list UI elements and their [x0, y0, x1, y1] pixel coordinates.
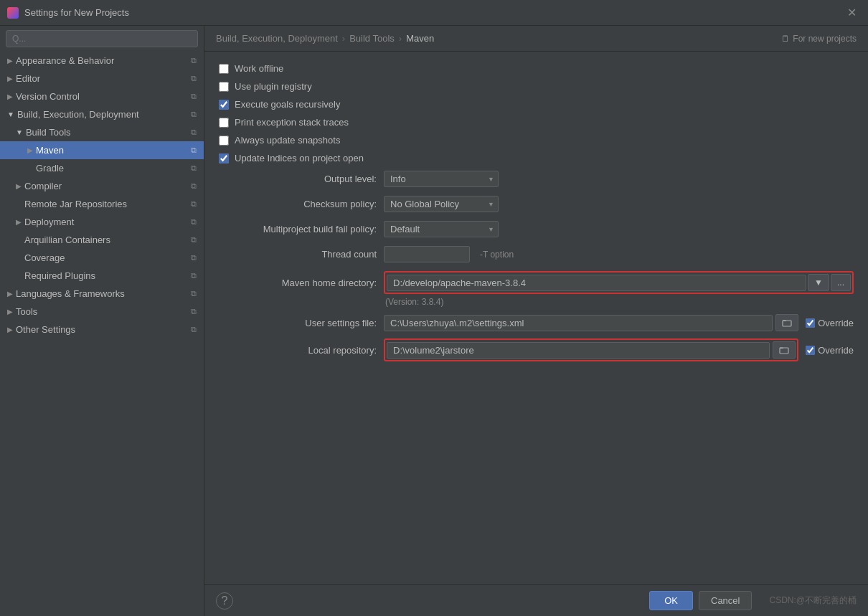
- sidebar-item-deployment[interactable]: ▶ Deployment ⧉: [0, 213, 204, 231]
- content-area: Build, Execution, Deployment › Build Too…: [204, 26, 868, 616]
- use-plugin-registry-label[interactable]: Use plugin registry: [235, 81, 312, 92]
- use-plugin-registry-checkbox[interactable]: [219, 82, 229, 92]
- copy-icon: ⧉: [191, 253, 197, 262]
- copy-icon: ⧉: [191, 181, 197, 191]
- ok-button[interactable]: OK: [649, 591, 693, 610]
- print-exception-label[interactable]: Print exception stack traces: [235, 117, 349, 128]
- sidebar-item-label: Compiler: [24, 181, 62, 191]
- maven-home-input[interactable]: [387, 275, 806, 291]
- update-indices-checkbox[interactable]: [219, 153, 229, 164]
- maven-home-dropdown-button[interactable]: ▼: [808, 274, 829, 291]
- copy-icon: ⧉: [191, 56, 197, 65]
- user-settings-label: User settings file:: [219, 318, 377, 328]
- always-update-checkbox[interactable]: [219, 136, 229, 146]
- for-new-projects-label: For new projects: [793, 34, 857, 44]
- sidebar-item-label: Arquillian Containers: [24, 234, 110, 245]
- sidebar-item-appearance[interactable]: ▶ Appearance & Behavior ⧉: [0, 52, 204, 70]
- user-settings-override-group: Override: [806, 318, 854, 328]
- sidebar-item-other-settings[interactable]: ▶ Other Settings ⧉: [0, 321, 204, 338]
- user-settings-browse-button[interactable]: [775, 314, 798, 331]
- arrow-icon: ▶: [27, 146, 33, 154]
- maven-home-browse-button[interactable]: ...: [831, 274, 851, 291]
- maven-home-row: Maven home directory: ▼ ...: [219, 271, 854, 294]
- copy-icon: ⧉: [191, 289, 197, 298]
- output-level-select-wrapper: Quiet Info Verbose Debug: [384, 171, 499, 187]
- sidebar-item-required-plugins[interactable]: ▶ Required Plugins ⧉: [0, 267, 204, 285]
- print-exception-checkbox[interactable]: [219, 118, 229, 128]
- output-level-select[interactable]: Quiet Info Verbose Debug: [384, 171, 499, 187]
- breadcrumb-part-1: Build, Execution, Deployment: [216, 33, 338, 44]
- sidebar-item-build-tools[interactable]: ▼ Build Tools ⧉: [0, 123, 204, 141]
- sidebar-item-arquillian[interactable]: ▶ Arquillian Containers ⧉: [0, 231, 204, 249]
- sidebar-item-label: Remote Jar Repositories: [24, 199, 127, 209]
- thread-count-input[interactable]: [384, 246, 470, 262]
- sidebar-item-gradle[interactable]: ▶ Gradle ⧉: [0, 159, 204, 177]
- maven-home-label: Maven home directory:: [219, 278, 377, 288]
- window-title: Settings for New Projects: [24, 7, 843, 18]
- sidebar-item-label: Required Plugins: [24, 270, 95, 281]
- sidebar-item-label: Gradle: [36, 163, 64, 174]
- local-repo-override-checkbox[interactable]: [806, 346, 815, 355]
- user-settings-override-label[interactable]: Override: [818, 318, 854, 328]
- update-indices-row: Update Indices on project open: [219, 153, 854, 164]
- sidebar-item-tools[interactable]: ▶ Tools ⧉: [0, 303, 204, 321]
- sidebar-item-editor[interactable]: ▶ Editor ⧉: [0, 70, 204, 87]
- search-box[interactable]: [6, 30, 198, 47]
- update-indices-label[interactable]: Update Indices on project open: [235, 153, 364, 164]
- local-repo-override-group: Override: [806, 345, 854, 356]
- local-repo-browse-button[interactable]: [773, 341, 796, 359]
- arrow-icon: ▶: [7, 75, 13, 82]
- multiproject-fail-policy-select[interactable]: Default At End Never Always: [384, 221, 499, 237]
- always-update-label[interactable]: Always update snapshots: [235, 135, 340, 146]
- arrow-icon: ▶: [7, 326, 13, 333]
- arrow-icon: ▼: [16, 128, 23, 136]
- close-button[interactable]: ✕: [843, 4, 861, 21]
- sidebar-item-maven[interactable]: ▶ Maven ⧉: [0, 141, 204, 159]
- sidebar-item-remote-jar[interactable]: ▶ Remote Jar Repositories ⧉: [0, 195, 204, 213]
- multiproject-fail-policy-label: Multiproject build fail policy:: [219, 224, 377, 234]
- work-offline-checkbox[interactable]: [219, 64, 229, 74]
- sidebar-item-languages-frameworks[interactable]: ▶ Languages & Frameworks ⧉: [0, 285, 204, 303]
- search-input[interactable]: [12, 34, 192, 44]
- checksum-policy-select[interactable]: No Global Policy Warn Fail Ignore: [384, 196, 499, 212]
- maven-home-field-group: ▼ ...: [384, 271, 854, 294]
- checksum-policy-select-wrapper: No Global Policy Warn Fail Ignore: [384, 196, 499, 212]
- user-settings-override-checkbox[interactable]: [806, 318, 815, 328]
- user-settings-row: User settings file: Override: [219, 314, 854, 331]
- arrow-icon: ▶: [7, 57, 13, 65]
- checksum-policy-row: Checksum policy: No Global Policy Warn F…: [219, 196, 854, 212]
- copy-icon: ⧉: [191, 92, 197, 101]
- output-level-row: Output level: Quiet Info Verbose Debug: [219, 171, 854, 187]
- execute-goals-checkbox[interactable]: [219, 100, 229, 110]
- sidebar-item-label: Other Settings: [16, 324, 75, 335]
- sidebar-item-label: Version Control: [16, 91, 80, 102]
- execute-goals-label[interactable]: Execute goals recursively: [235, 99, 340, 110]
- copy-icon: ⧉: [191, 110, 197, 119]
- local-repo-field-group: [384, 338, 798, 361]
- sidebar-item-build-exec-deploy[interactable]: ▼ Build, Execution, Deployment ⧉: [0, 105, 204, 123]
- svg-rect-1: [780, 348, 788, 354]
- work-offline-label[interactable]: Work offline: [235, 63, 283, 74]
- arrow-icon: ▶: [16, 218, 22, 226]
- copy-icon: ⧉: [191, 74, 197, 83]
- cancel-button[interactable]: Cancel: [699, 591, 752, 610]
- local-repo-input[interactable]: [387, 342, 770, 359]
- execute-goals-row: Execute goals recursively: [219, 99, 854, 110]
- copy-icon: ⧉: [191, 325, 197, 334]
- breadcrumb-part-2: Build Tools: [349, 33, 395, 44]
- watermark-text: CSDN:@不断完善的桶: [769, 594, 857, 607]
- user-settings-input-group: [384, 314, 798, 331]
- help-button[interactable]: ?: [216, 592, 233, 610]
- output-level-label: Output level:: [219, 174, 377, 184]
- user-settings-input[interactable]: [384, 315, 773, 331]
- sidebar-item-version-control[interactable]: ▶ Version Control ⧉: [0, 87, 204, 105]
- sidebar-item-compiler[interactable]: ▶ Compiler ⧉: [0, 177, 204, 195]
- always-update-row: Always update snapshots: [219, 135, 854, 146]
- breadcrumb-part-3: Maven: [406, 33, 434, 44]
- local-repo-override-label[interactable]: Override: [818, 345, 854, 356]
- sidebar-item-label: Tools: [16, 306, 37, 317]
- multiproject-fail-policy-row: Multiproject build fail policy: Default …: [219, 221, 854, 237]
- sidebar-item-coverage[interactable]: ▶ Coverage ⧉: [0, 249, 204, 267]
- arrow-icon: ▶: [7, 93, 13, 100]
- maven-version-text: (Version: 3.8.4): [385, 297, 854, 307]
